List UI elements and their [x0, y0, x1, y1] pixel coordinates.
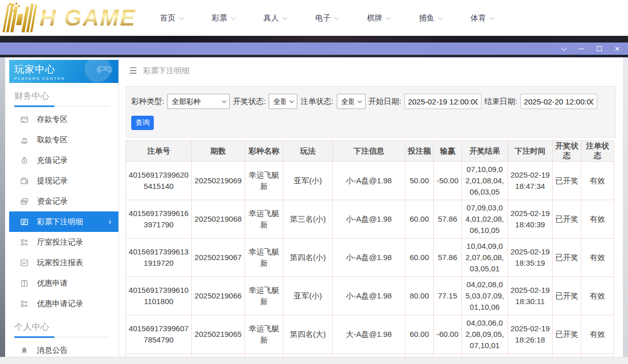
logo-link[interactable]: H GAME: [5, 2, 136, 34]
nav-item-label: 彩票: [212, 13, 227, 23]
nav-item-彩票[interactable]: 彩票: [212, 13, 234, 23]
sidebar-item-优惠申请[interactable]: 优惠申请: [5, 273, 118, 293]
table-cell: 57.86: [434, 239, 462, 277]
table-cell: 幸运飞艇新: [245, 277, 283, 315]
sidebar-item-玩家投注报表[interactable]: 玩家投注报表: [5, 252, 118, 273]
table-cell: [581, 354, 614, 357]
sidebar-item-label: 彩票下注明细: [37, 217, 83, 227]
table-cell: 有效: [581, 239, 614, 277]
table-cell: 亚军(小): [283, 277, 333, 315]
table-cell: 幸运飞艇新: [245, 200, 283, 239]
table-cell: 07,10,09,02,01,08,04,06,03,05: [462, 162, 508, 200]
table-cell: [553, 354, 581, 357]
table-cell: [283, 354, 333, 357]
table-cell: 401569173996101101800: [126, 277, 192, 315]
table-cell: 20250219065: [192, 315, 245, 354]
column-header: 彩种名称: [245, 141, 283, 162]
table-cell: 401569173996205415140: [126, 162, 192, 200]
section-rule: [14, 105, 109, 107]
table-cell: 401569173996163971790: [126, 200, 192, 239]
table-cell: 77.15: [434, 277, 462, 315]
table-cell: 60.00: [406, 200, 434, 239]
sidebar-item-label: 优惠申请: [37, 279, 68, 288]
order-status-select[interactable]: 全部: [337, 94, 366, 109]
column-header: 下注信息: [333, 141, 406, 162]
column-header: 开奖结果: [462, 141, 508, 162]
table-row: 40156917399613191972020250219067幸运飞艇新第四名…: [126, 239, 614, 277]
sidebar-menu: 财务中心存款专区取款专区充值记录提现记录资金记录彩票下注明细›厅室投注记录玩家投…: [5, 90, 118, 357]
page-title: 彩票下注明细: [143, 66, 189, 76]
sidebar-item-存款专区[interactable]: 存款专区: [5, 109, 118, 130]
table-cell: 小-A盘@1.98: [333, 277, 406, 315]
draw-status-label: 开奖状态:: [233, 97, 266, 106]
sidebar-item-label: 提现记录: [37, 176, 68, 186]
table-cell: 幸运飞艇新: [245, 162, 283, 200]
nav-item-捕鱼[interactable]: 捕鱼: [419, 13, 441, 23]
nav-item-棋牌[interactable]: 棋牌: [367, 13, 390, 23]
sidebar-item-优惠申请记录[interactable]: 优惠申请记录: [5, 293, 118, 314]
table-cell: 2025-02-19 18:26:18: [508, 315, 553, 354]
window-minimize-button[interactable]: [576, 44, 587, 54]
table-cell: 小-A盘@1.98: [333, 239, 406, 277]
sidebar-item-资金记录[interactable]: 资金记录: [5, 191, 118, 211]
hall-list-icon: [19, 238, 29, 247]
sidebar-item-充值记录[interactable]: 充值记录: [5, 150, 118, 170]
window-close-button[interactable]: ✕: [612, 44, 623, 54]
table-cell: 2025-02-19 18:35:19: [508, 239, 553, 277]
chevron-down-icon: [282, 15, 288, 20]
table-cell: 2025-02-19 18:40:39: [508, 200, 553, 239]
sidebar-item-厅室投注记录[interactable]: 厅室投注记录: [5, 232, 118, 252]
table-header-row: 注单号期数彩种名称玩法下注信息投注额输赢开奖结果下注时间开奖状态注单状态: [126, 141, 614, 162]
nav-item-首页[interactable]: 首页: [160, 13, 183, 23]
chevron-down-icon: [334, 15, 339, 20]
window-dropdown-button[interactable]: [558, 44, 569, 54]
table-cell: 401569173996131919720: [126, 239, 192, 277]
query-button[interactable]: 查询: [131, 116, 154, 130]
draw-status-select[interactable]: 全部: [269, 94, 297, 109]
column-header: 注单状态: [581, 141, 614, 162]
table-cell: 2025-02-19 18:30:11: [508, 277, 553, 315]
table-row: 40156917399616397179020250219068幸运飞艇新第三名…: [126, 200, 614, 239]
logo-text: H GAME: [39, 5, 136, 31]
filter-panel: 彩种类型: 全部彩种 开奖状态: 全部 注单状态: 全部 开始日期: 结束日期:…: [126, 86, 616, 138]
bell-icon: [19, 346, 29, 355]
sidebar-item-消息公告[interactable]: 消息公告: [5, 340, 118, 357]
table-cell: [462, 354, 508, 357]
order-status-label: 注单状态:: [300, 97, 333, 106]
table-cell: 已开奖: [553, 277, 581, 315]
table-cell: 小-A盘@1.98: [333, 162, 406, 200]
table-body: 40156917399620541514020250219069幸运飞艇新亚军(…: [126, 162, 614, 357]
menu-toggle-icon[interactable]: ☰: [129, 66, 137, 76]
sidebar-item-取款专区[interactable]: 取款专区: [5, 130, 118, 150]
chevron-down-icon: [490, 15, 495, 20]
table-cell: 已开奖: [553, 315, 581, 354]
table-cell: 有效: [581, 277, 614, 315]
column-header: 输赢: [434, 141, 462, 162]
section-label: 财务中心: [14, 90, 118, 102]
sidebar-item-提现记录[interactable]: 提现记录: [5, 170, 118, 191]
funds-cards-icon: [19, 197, 29, 206]
lottery-type-select[interactable]: 全部彩种: [167, 94, 230, 109]
bet-list-icon: [19, 217, 29, 226]
table-cell: 04,02,08,05,03,07,09,01,10,06: [462, 277, 508, 315]
table-cell: 20250219068: [192, 200, 245, 239]
nav-item-真人[interactable]: 真人: [264, 13, 286, 23]
table-cell: -50.00: [434, 162, 462, 200]
start-date-input[interactable]: [404, 94, 481, 109]
right-window-gutter: [623, 57, 628, 357]
table-cell: 04,03,06,02,08,09,05,07,10,01: [462, 315, 508, 354]
table-cell: 401569173996077854790: [126, 315, 192, 354]
table-cell: 已开奖: [553, 200, 581, 239]
withdraw-hand-icon: [19, 135, 29, 144]
sidebar-item-label: 充值记录: [37, 156, 68, 165]
end-date-input[interactable]: [520, 94, 597, 109]
report-chart-icon: [19, 258, 29, 267]
window-maximize-button[interactable]: [594, 44, 605, 54]
table-row-clipped: [126, 354, 614, 357]
section-rule: [14, 336, 109, 338]
nav-item-电子[interactable]: 电子: [315, 13, 338, 23]
nav-item-体育[interactable]: 体育: [471, 13, 493, 23]
sidebar-item-彩票下注明细[interactable]: 彩票下注明细›: [9, 211, 118, 232]
main-content: ☰ 彩票下注明细 彩种类型: 全部彩种 开奖状态: 全部 注单状态: 全部 开始…: [119, 57, 623, 357]
table-cell: [406, 354, 434, 357]
